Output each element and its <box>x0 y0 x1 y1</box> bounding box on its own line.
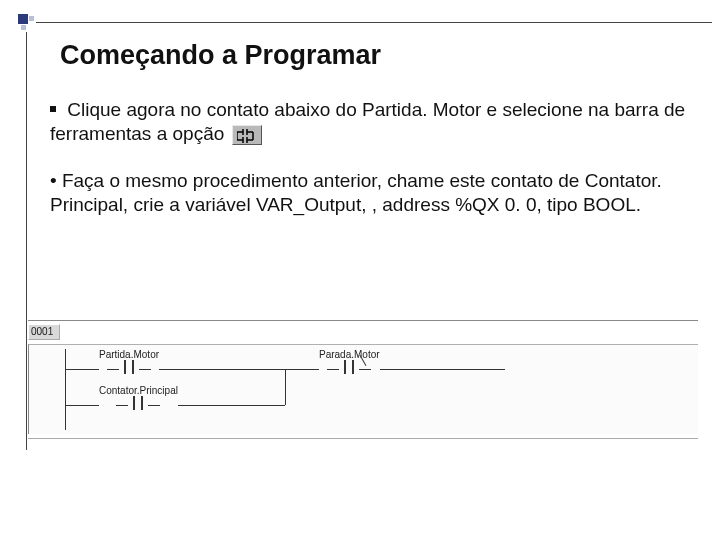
no-contact-icon <box>99 360 159 378</box>
bullet-square-icon <box>50 106 56 112</box>
paragraph-1-text: Clique agora no contato abaixo do Partid… <box>50 99 685 144</box>
contact-label: Parada.Motor <box>319 349 380 360</box>
contact-contator-principal: Contator.Principal <box>99 385 178 414</box>
nc-contact-icon <box>319 360 380 378</box>
contact-partida-motor: Partida.Motor <box>99 349 159 378</box>
no-contact-icon <box>99 396 178 414</box>
paragraph-1: Clique agora no contato abaixo do Partid… <box>50 98 690 147</box>
slide-corner-decoration <box>18 14 38 34</box>
rung-number: 0001 <box>28 324 60 340</box>
slide-left-rule <box>26 32 27 450</box>
contact-label: Partida.Motor <box>99 349 159 360</box>
paragraph-2: • Faça o mesmo procedimento anterior, ch… <box>50 169 690 218</box>
ladder-area: Partida.Motor Parada.Motor Contator.Prin… <box>28 344 698 434</box>
contact-label: Contator.Principal <box>99 385 178 396</box>
contact-parada-motor: Parada.Motor <box>319 349 380 378</box>
ladder-diagram: 0001 Partida.Motor Parada.Motor Contator… <box>28 320 698 439</box>
slide-title: Começando a Programar <box>60 40 381 71</box>
slide-top-rule <box>36 22 712 23</box>
parallel-contact-toolbar-button-icon <box>232 125 262 145</box>
slide-body: Clique agora no contato abaixo do Partid… <box>50 98 690 223</box>
